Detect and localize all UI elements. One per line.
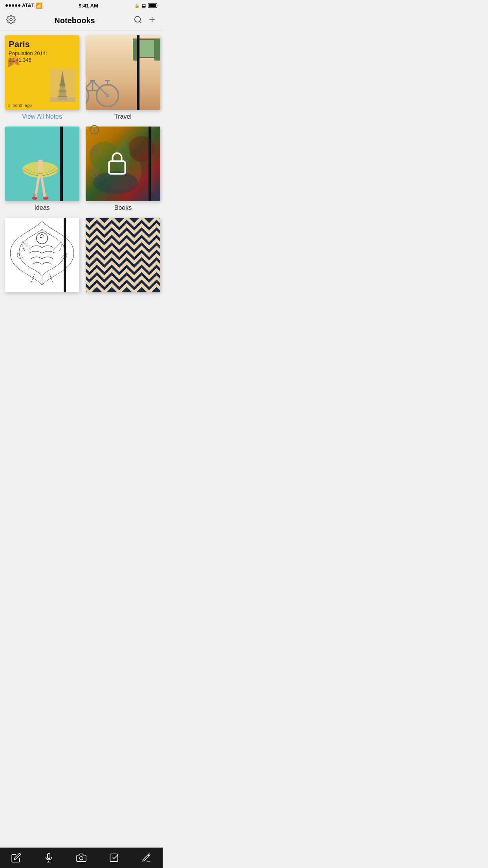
bicycle-icon [86,63,122,108]
svg-rect-11 [50,97,75,102]
svg-rect-47 [109,161,125,174]
time-label: 9:41 AM [79,3,98,9]
paris-cover[interactable]: 🍂 Paris Population 2014:2,241,346 1 mo [5,35,79,110]
nav-right [134,15,156,26]
geometric-art-icon [86,218,160,292]
art1-cover[interactable] [5,218,79,292]
notebooks-grid: 🍂 Paris Population 2014:2,241,346 1 mo [5,35,158,292]
search-button[interactable] [134,15,142,26]
dot1 [6,4,8,7]
add-notebook-button[interactable] [148,15,156,26]
svg-point-35 [32,196,37,200]
page-title: Notebooks [54,16,95,25]
notebook-cell-art2[interactable] [86,218,160,292]
paris-timestamp: 1 month ago [8,103,32,108]
ideas-context-menu [88,123,101,179]
svg-line-16 [86,81,92,95]
notebook-cell-allnotes[interactable]: 🍂 Paris Population 2014:2,241,346 1 mo [5,35,79,120]
status-left: AT&T 📶 [6,2,42,9]
svg-line-2 [139,21,141,23]
notebook-cell-ideas[interactable]: Ideas [5,127,79,211]
notebooks-content: 🍂 Paris Population 2014:2,241,346 1 mo [0,31,163,297]
mandala-art-icon [5,218,79,292]
svg-rect-32 [38,160,42,171]
eiffel-tower-icon [50,69,75,102]
books-lock-icon [106,150,128,178]
svg-rect-8 [59,84,66,86]
svg-line-37 [33,193,35,196]
art1-strap [64,218,66,292]
books-label: Books [114,204,132,211]
status-right: 🔒 ⬓ [134,3,157,8]
carrier-label: AT&T [22,3,34,8]
nav-left [6,15,16,27]
status-bar: AT&T 📶 9:41 AM 🔒 ⬓ [0,0,163,11]
dot3 [12,4,14,7]
ideas-cell-relative [5,127,79,201]
battery-icon [148,3,157,8]
svg-rect-9 [59,90,66,92]
dot4 [15,4,17,7]
wifi-icon: 📶 [36,2,42,9]
signal-dots [6,4,20,7]
paris-title: Paris [9,39,75,50]
window-icon [138,39,156,58]
trash-button[interactable] [88,165,101,179]
dancer-icon [12,138,68,202]
art2-cover[interactable] [86,218,160,292]
dot2 [9,4,11,7]
settings-button[interactable] [6,15,16,27]
dot5 [18,4,20,7]
ideas-cover[interactable] [5,127,79,201]
svg-point-1 [135,16,141,22]
notebook-cell-art1[interactable] [5,218,79,292]
svg-point-36 [43,196,48,200]
nav-bar: Notebooks [0,11,163,31]
lock-button[interactable] [88,144,101,158]
info-button[interactable] [88,123,101,136]
notebook-cell-travel[interactable]: Travel [86,35,160,120]
books-strap [149,127,151,201]
svg-line-34 [41,175,45,197]
battery-fill [149,4,156,7]
travel-label: Travel [114,113,132,120]
bluetooth-icon: ⬓ [142,3,146,8]
svg-rect-42 [91,150,97,155]
lock-rotate-icon: 🔒 [134,3,140,8]
view-all-notes-label[interactable]: View All Notes [22,113,62,120]
ideas-label: Ideas [34,204,50,211]
travel-cover[interactable] [86,35,160,110]
svg-point-50 [40,237,42,238]
ideas-strap [60,127,63,201]
svg-point-0 [10,18,12,21]
